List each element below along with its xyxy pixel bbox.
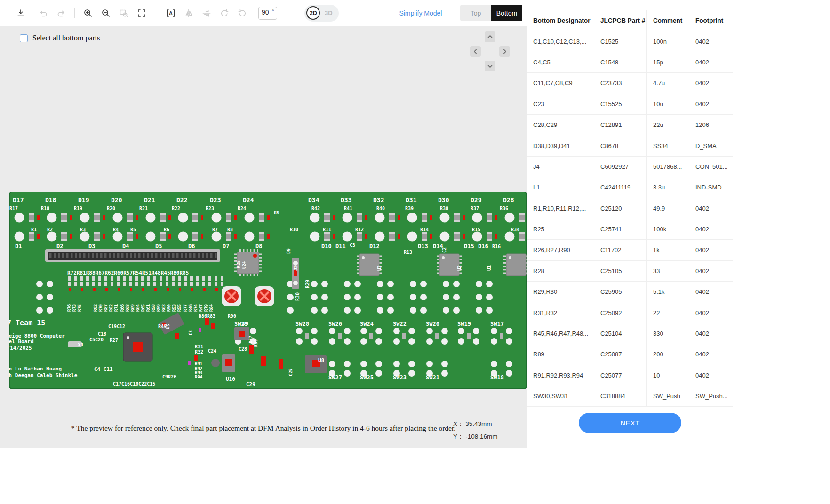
- cell-comment: 22: [647, 302, 689, 323]
- zoom-region-icon: [119, 8, 128, 18]
- pcb-silkscreen-label: R65: [141, 304, 145, 312]
- table-row[interactable]: J4C60929275017868...CON_501...: [527, 157, 830, 177]
- select-all-checkbox[interactable]: [20, 34, 28, 42]
- viewer-area: A ° 2D 3D Simplify Model: [0, 0, 527, 504]
- view-3d-button[interactable]: 3D: [320, 9, 337, 16]
- table-row[interactable]: R45,R46,R47,R48...C251043300402: [527, 323, 830, 344]
- table-row[interactable]: R91,R92,R93,R94C25077100402: [527, 365, 830, 386]
- pcb-silkscreen-label: R47: [199, 304, 203, 312]
- pcb-silkscreen-label: D12: [369, 243, 380, 250]
- rotate-cw-button[interactable]: [235, 6, 250, 21]
- pcb-silkscreen-label: R36: [500, 206, 508, 211]
- table-row[interactable]: C4,C5C154815p0402: [527, 52, 830, 73]
- rotate-ccw-icon: [220, 8, 229, 18]
- table-row[interactable]: R1,R10,R11,R12,...C2512049.90402: [527, 198, 830, 219]
- pcb-highlighted-part: [215, 288, 218, 291]
- pcb-silkscreen-label: D32: [373, 197, 384, 204]
- pcb-silkscreen-label: SW27: [328, 374, 342, 381]
- pcb-silkscreen-label: R20: [107, 206, 115, 211]
- simplify-model-link[interactable]: Simplify Model: [399, 9, 442, 17]
- pcb-highlighted-part: [463, 234, 465, 239]
- pcb-silkscreen-label: SW20: [426, 321, 439, 327]
- table-row[interactable]: C11,C7,C8,C9C237334.7u0402: [527, 73, 830, 94]
- pcb-silkscreen-label: D3: [88, 243, 95, 250]
- bottom-side-button[interactable]: Bottom: [491, 5, 522, 21]
- pcb-board[interactable]: D17D18D19D20D21D22D23D24D34D33D32D31D30D…: [9, 192, 527, 389]
- download-button[interactable]: [13, 6, 28, 21]
- table-row[interactable]: R28C25105330402: [527, 261, 830, 282]
- pcb-silkscreen-label: C28: [239, 346, 247, 352]
- table-row[interactable]: R26,R27,R90C117021k0402: [527, 240, 830, 260]
- view-mode-toggle: 2D 3D: [304, 5, 339, 22]
- pcb-highlighted-part: [211, 323, 215, 329]
- next-button[interactable]: NEXT: [579, 413, 681, 433]
- pcb-canvas[interactable]: Select all bottom parts D17D18D19D20D21D…: [0, 26, 527, 448]
- cell-part: C25077: [594, 365, 647, 386]
- cell-designator: R1,R10,R11,R12,...: [527, 198, 594, 219]
- pcb-silkscreen-label: R64: [136, 304, 140, 312]
- bom-table-body: C1,C10,C12,C13,...C1525100n0402C4,C5C154…: [527, 31, 830, 407]
- redo-button[interactable]: [54, 6, 69, 21]
- pcb-silkscreen-label: R25: [236, 260, 241, 268]
- pan-left-button[interactable]: [470, 46, 481, 57]
- fit-view-button[interactable]: [134, 6, 149, 21]
- zoom-out-button[interactable]: [98, 6, 113, 21]
- col-comment: Comment: [647, 10, 689, 31]
- pcb-silkscreen-label: D21: [144, 197, 155, 204]
- pcb-highlighted-part: [69, 288, 71, 291]
- cell-part: C1525: [594, 31, 647, 52]
- cell-comment: SS34: [647, 135, 689, 156]
- table-row[interactable]: C28,C29C1289122u1206: [527, 115, 830, 135]
- table-row[interactable]: D38,D39,D41C8678SS34D_SMA: [527, 135, 830, 156]
- pcb-highlighted-part: [365, 215, 367, 220]
- pcb-highlighted-part: [495, 234, 497, 239]
- cell-part: C25092: [594, 302, 647, 323]
- text-select-button[interactable]: A: [163, 6, 178, 21]
- table-row[interactable]: C1,C10,C12,C13,...C1525100n0402: [527, 31, 830, 52]
- table-row[interactable]: L1C424111193.3uIND-SMD...: [527, 177, 830, 198]
- table-row[interactable]: R25C25741100k0402: [527, 219, 830, 240]
- zoom-region-button[interactable]: [116, 6, 131, 21]
- pcb-silkscreen-label: D17: [13, 197, 24, 204]
- pcb-silkscreen-label: R29: [305, 280, 310, 288]
- redo-icon: [56, 8, 66, 18]
- pcb-silkscreen-label: C19C12: [108, 324, 125, 329]
- table-row[interactable]: SW30,SW31C318884SW_PushSW_Push...: [527, 386, 830, 407]
- bottom-strip: [0, 448, 527, 504]
- cell-part: C11702: [594, 240, 647, 260]
- pcb-highlighted-part: [430, 215, 432, 220]
- pcb-silkscreen-label: D30: [438, 197, 449, 204]
- table-row[interactable]: R29,R30C259055.1k0402: [527, 282, 830, 302]
- cell-designator: L1: [527, 177, 594, 198]
- pcb-silkscreen-label: C18: [98, 331, 106, 337]
- view-2d-button[interactable]: 2D: [306, 6, 320, 20]
- pcb-silkscreen-label: D37: [248, 336, 253, 343]
- rotate-ccw-button[interactable]: [217, 6, 232, 21]
- pan-down-button[interactable]: [485, 61, 495, 71]
- pcb-silkscreen-label: D29: [471, 197, 481, 204]
- pcb-highlighted-part: [167, 288, 169, 291]
- pcb-silkscreen-label: SW24: [360, 321, 374, 327]
- top-side-button[interactable]: Top: [460, 5, 491, 21]
- flip-horizontal-button[interactable]: [181, 6, 196, 21]
- cell-part: C42411119: [594, 177, 647, 198]
- pcb-highlighted-part: [103, 234, 105, 239]
- pan-up-button[interactable]: [485, 32, 495, 42]
- table-row[interactable]: C23C1552510u0402: [527, 94, 830, 115]
- table-row[interactable]: R89C250872000402: [527, 344, 830, 365]
- table-row[interactable]: R31,R32C25092220402: [527, 302, 830, 323]
- pcb-silkscreen-label: R66: [120, 304, 125, 312]
- cell-designator: C28,C29: [527, 115, 594, 135]
- cell-footprint: 0402: [689, 219, 733, 240]
- rotation-angle-input[interactable]: [262, 8, 272, 16]
- flip-vertical-button[interactable]: [199, 6, 214, 21]
- pcb-silkscreen-label: D22: [176, 197, 187, 204]
- pcb-highlighted-part: [398, 215, 400, 220]
- cell-part: C6092927: [594, 157, 647, 177]
- pan-right-button[interactable]: [499, 46, 510, 57]
- pcb-silkscreen-label: C25: [288, 369, 293, 376]
- undo-button[interactable]: [36, 6, 51, 21]
- zoom-in-button[interactable]: [80, 6, 96, 21]
- pcb-silkscreen-label: R13: [404, 250, 412, 255]
- col-jlcpcb-part: JLCPCB Part #: [594, 10, 647, 31]
